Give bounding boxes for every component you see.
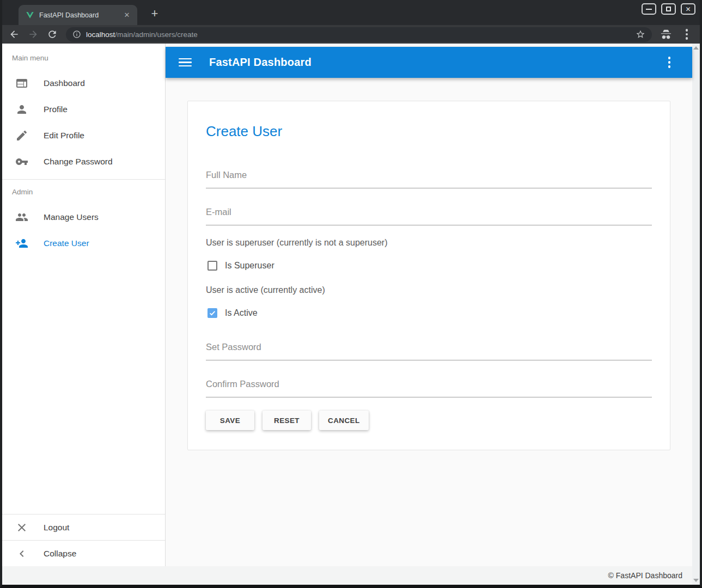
sidebar-section-main-menu: Main menu <box>2 49 165 70</box>
sidebar-item-label: Logout <box>44 523 69 532</box>
footer-text: © FastAPI Dashboard <box>608 571 682 580</box>
window-controls: ✕ <box>642 3 695 15</box>
scroll-up-icon[interactable] <box>693 46 699 50</box>
close-window-button[interactable]: ✕ <box>681 3 695 15</box>
is-active-checkbox[interactable] <box>207 308 217 318</box>
new-tab-button[interactable]: + <box>147 7 162 22</box>
superuser-hint: User is superuser (currently is not a su… <box>206 237 652 248</box>
sidebar-item-label: Profile <box>44 105 68 114</box>
pencil-icon <box>15 129 28 142</box>
save-button[interactable]: SAVE <box>206 411 254 430</box>
sidebar-item-logout[interactable]: Logout <box>2 514 165 540</box>
cancel-button[interactable]: CANCEL <box>319 411 369 430</box>
sidebar-item-label: Edit Profile <box>44 131 84 140</box>
browser-menu-icon[interactable] <box>680 28 693 41</box>
form-buttons: SAVE RESET CANCEL <box>206 411 652 430</box>
maximize-icon <box>666 7 671 11</box>
page-scrollbar[interactable] <box>692 44 700 585</box>
set-password-field <box>206 342 652 360</box>
is-superuser-checkbox-row[interactable]: Is Superuser <box>207 261 652 271</box>
sidebar-item-edit-profile[interactable]: Edit Profile <box>2 122 165 149</box>
set-password-input[interactable] <box>206 342 652 360</box>
sidebar-item-label: Dashboard <box>44 78 85 88</box>
content-area: Create User User is superuser (currently… <box>166 78 692 566</box>
close-icon <box>15 521 28 534</box>
sidebar-section-admin: Admin <box>2 180 165 204</box>
person-icon <box>15 103 28 116</box>
app-bar: FastAPI Dashboard <box>166 47 692 78</box>
sidebar: Main menu Dashboard Profile <box>2 44 166 566</box>
app-title: FastAPI Dashboard <box>209 56 645 69</box>
people-icon <box>15 211 28 224</box>
incognito-icon <box>660 29 672 40</box>
web-icon <box>15 77 28 90</box>
tab-title: FastAPI Dashboard <box>39 11 117 19</box>
scroll-down-icon[interactable] <box>693 579 699 582</box>
confirm-password-input[interactable] <box>206 379 652 397</box>
sidebar-item-collapse[interactable]: Collapse <box>2 540 165 566</box>
sidebar-spacer <box>2 256 165 514</box>
sidebar-item-manage-users[interactable]: Manage Users <box>2 204 165 230</box>
page: Main menu Dashboard Profile <box>2 44 700 585</box>
check-icon <box>209 309 216 317</box>
email-field <box>206 207 652 225</box>
is-superuser-label: Is Superuser <box>225 261 274 271</box>
full-name-input[interactable] <box>206 170 652 188</box>
email-input[interactable] <box>206 207 652 225</box>
form-title: Create User <box>206 123 652 139</box>
is-superuser-checkbox[interactable] <box>207 261 217 271</box>
page-footer: © FastAPI Dashboard <box>2 566 692 585</box>
main-area: FastAPI Dashboard Create User User is su… <box>166 44 692 566</box>
browser-window: FastAPI Dashboard ✕ + ✕ localhost/main/a… <box>0 0 702 588</box>
minimize-icon <box>646 9 652 10</box>
close-icon: ✕ <box>685 6 691 13</box>
sidebar-item-label: Create User <box>44 238 89 248</box>
maximize-button[interactable] <box>661 3 676 15</box>
full-name-field <box>206 170 652 188</box>
sidebar-item-create-user[interactable]: Create User <box>2 230 165 256</box>
reset-button[interactable]: RESET <box>263 411 311 430</box>
url-host: localhost <box>86 30 115 39</box>
create-user-card: Create User User is superuser (currently… <box>187 101 670 450</box>
is-active-label: Is Active <box>225 308 258 318</box>
tab-strip: FastAPI Dashboard ✕ + ✕ <box>2 0 700 25</box>
sidebar-item-profile[interactable]: Profile <box>2 96 165 122</box>
site-info-icon[interactable] <box>72 30 81 39</box>
tab-close-icon[interactable]: ✕ <box>122 10 132 20</box>
url-path: /main/admin/users/create <box>115 30 198 39</box>
chevron-left-icon <box>15 547 28 560</box>
is-active-checkbox-row[interactable]: Is Active <box>207 308 652 318</box>
sidebar-item-dashboard[interactable]: Dashboard <box>2 70 165 96</box>
sidebar-item-label: Change Password <box>44 157 113 167</box>
browser-toolbar: localhost/main/admin/users/create <box>2 25 700 44</box>
forward-icon[interactable] <box>28 29 39 40</box>
url-bar[interactable]: localhost/main/admin/users/create <box>66 27 652 42</box>
url-text[interactable]: localhost/main/admin/users/create <box>86 30 631 39</box>
sidebar-item-label: Manage Users <box>44 212 99 222</box>
reload-icon[interactable] <box>47 29 58 40</box>
minimize-button[interactable] <box>642 3 656 15</box>
person-add-icon <box>15 237 28 250</box>
confirm-password-field <box>206 379 652 397</box>
hamburger-menu-icon[interactable] <box>179 56 192 69</box>
bookmark-star-icon[interactable] <box>636 29 645 39</box>
vue-favicon-icon <box>26 11 34 20</box>
sidebar-item-change-password[interactable]: Change Password <box>2 149 165 175</box>
active-hint: User is active (currently active) <box>206 285 652 295</box>
back-icon[interactable] <box>9 29 20 40</box>
browser-tab[interactable]: FastAPI Dashboard ✕ <box>19 5 137 25</box>
sidebar-item-label: Collapse <box>44 549 76 559</box>
key-icon <box>15 155 28 168</box>
app-menu-icon[interactable] <box>663 56 676 69</box>
